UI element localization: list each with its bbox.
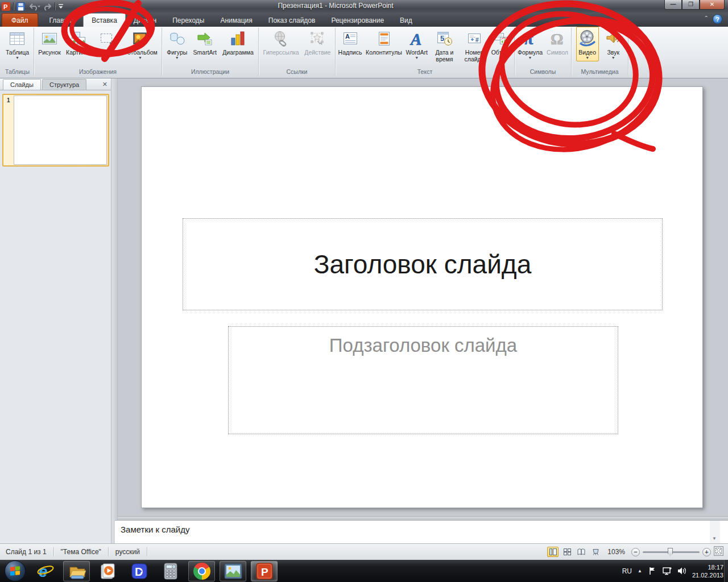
language-tray-indicator[interactable]: RU bbox=[622, 567, 632, 575]
group-label-text: Текст bbox=[336, 68, 514, 75]
title-placeholder[interactable]: Заголовок слайда bbox=[183, 218, 663, 310]
fit-to-window-button[interactable] bbox=[714, 546, 723, 558]
photo-album-button[interactable]: Фотоальбом ▼ bbox=[122, 28, 159, 61]
photo-album-icon bbox=[131, 28, 149, 49]
tab-design[interactable]: Дизайн bbox=[126, 14, 164, 27]
smartart-button[interactable]: SmartArt bbox=[192, 28, 218, 56]
svg-text:5: 5 bbox=[440, 34, 444, 43]
screenshot-icon bbox=[98, 28, 116, 49]
tab-animations[interactable]: Анимация bbox=[212, 14, 260, 27]
hidden-icons-arrow-icon[interactable]: ▲ bbox=[638, 568, 642, 573]
notes-placeholder-text: Заметки к слайду bbox=[121, 525, 190, 534]
tray-clock[interactable]: 18:17 21.02.2013 bbox=[692, 563, 723, 579]
slide-canvas[interactable]: Заголовок слайда Подзаголовок слайда bbox=[141, 86, 703, 508]
volume-icon[interactable] bbox=[677, 567, 686, 576]
video-icon bbox=[578, 28, 597, 49]
reading-view-button[interactable] bbox=[576, 547, 587, 557]
symbol-omega-icon: Ω bbox=[548, 28, 567, 49]
chart-button[interactable]: Диаграмма bbox=[221, 28, 255, 56]
audio-button[interactable]: Звук ▼ bbox=[603, 28, 623, 61]
date-time-button[interactable]: 5 Дата и время bbox=[430, 28, 458, 63]
tab-file[interactable]: Файл bbox=[2, 13, 38, 27]
zoom-in-button[interactable]: + bbox=[702, 548, 711, 556]
windows-explorer-icon[interactable] bbox=[63, 561, 90, 581]
zoom-slider-thumb[interactable] bbox=[668, 548, 673, 556]
notes-splitter[interactable] bbox=[118, 516, 728, 520]
window-controls: — ❐ ✕ bbox=[664, 0, 725, 10]
equation-button[interactable]: π Формула ▼ bbox=[516, 28, 544, 61]
hyperlink-button[interactable]: Гиперссылка bbox=[262, 28, 300, 56]
svg-text:π: π bbox=[524, 30, 533, 48]
ribbon-group-media: Видео ▼ Звук ▼ Мультимедиа bbox=[572, 28, 628, 76]
minimize-button[interactable]: — bbox=[664, 0, 682, 10]
restore-button[interactable]: ❐ bbox=[682, 0, 700, 10]
slide-thumbnail[interactable]: 1 bbox=[2, 94, 109, 167]
ribbon-group-symbols: π Формула ▼ Ω Символ Символы bbox=[515, 28, 572, 76]
language-indicator[interactable]: русский bbox=[113, 548, 142, 556]
ribbon-group-tables: Таблица ▼ Таблицы bbox=[1, 28, 34, 76]
network-icon[interactable] bbox=[663, 567, 672, 576]
panel-splitter[interactable] bbox=[111, 78, 118, 543]
notes-scroll-down-icon[interactable]: ▼ bbox=[712, 536, 717, 541]
calculator-icon[interactable]: 0 bbox=[157, 561, 184, 581]
zoom-level[interactable]: 103% bbox=[607, 548, 625, 556]
wordart-button[interactable]: A WordArt ▼ bbox=[405, 28, 429, 61]
picture-button[interactable]: Рисунок bbox=[37, 28, 62, 56]
image-viewer-icon[interactable] bbox=[220, 561, 246, 581]
tab-slides[interactable]: Слайды bbox=[3, 79, 41, 90]
zoom-slider[interactable] bbox=[643, 551, 700, 553]
normal-view-button[interactable] bbox=[547, 547, 559, 557]
slide-number-icon: # bbox=[465, 28, 483, 49]
dropdown-arrow-icon: ▼ bbox=[585, 56, 589, 60]
picture-icon bbox=[40, 28, 59, 49]
status-bar: Слайд 1 из 1 "Тема Office" русский 103% … bbox=[0, 543, 728, 560]
slideshow-view-button[interactable] bbox=[590, 547, 601, 557]
group-label-tables: Таблицы bbox=[1, 68, 34, 75]
notes-pane[interactable]: Заметки к слайду ▼ bbox=[115, 520, 728, 543]
screenshot-button[interactable]: Снимок ▼ bbox=[96, 28, 119, 61]
title-placeholder-text: Заголовок слайда bbox=[314, 249, 532, 280]
table-button[interactable]: Таблица ▼ bbox=[5, 28, 30, 61]
theme-indicator[interactable]: "Тема Office" bbox=[59, 548, 104, 556]
date-time-icon: 5 bbox=[435, 28, 453, 49]
close-panel-icon[interactable]: ✕ bbox=[102, 81, 107, 88]
textbox-button[interactable]: A Надпись bbox=[337, 28, 363, 56]
shapes-button[interactable]: Фигуры ▼ bbox=[166, 28, 188, 61]
help-button[interactable]: ? bbox=[713, 14, 722, 24]
notes-scrollbar[interactable]: ▼ bbox=[710, 521, 720, 543]
ribbon-group-links: Гиперссылка Действие Ссылки bbox=[259, 28, 336, 76]
tab-outline[interactable]: Структура bbox=[42, 79, 86, 90]
header-footer-button[interactable]: Колонтитулы bbox=[365, 28, 403, 56]
slide-number-button[interactable]: # Номер слайда bbox=[460, 28, 489, 63]
media-player-icon[interactable] bbox=[94, 561, 121, 581]
subtitle-placeholder[interactable]: Подзаголовок слайда bbox=[228, 326, 618, 434]
tab-slideshow[interactable]: Показ слайдов bbox=[260, 14, 324, 27]
object-button[interactable]: Объект bbox=[490, 28, 513, 56]
dropdown-arrow-icon: ▼ bbox=[611, 56, 615, 60]
action-button[interactable]: Действие bbox=[303, 28, 332, 56]
ribbon: Таблица ▼ Таблицы Рисунок Картинка Снимо… bbox=[0, 27, 728, 78]
clipart-button[interactable]: Картинка bbox=[65, 28, 93, 56]
slide-thumbnail-page bbox=[14, 95, 107, 165]
potplayer-icon[interactable]: D bbox=[126, 561, 152, 581]
collapse-ribbon-button[interactable]: ⌃ bbox=[704, 15, 709, 21]
tab-review[interactable]: Рецензирование bbox=[323, 14, 392, 27]
video-button[interactable]: Видео ▼ bbox=[576, 27, 599, 61]
zoom-out-button[interactable]: − bbox=[631, 548, 640, 556]
slide-sorter-view-button[interactable] bbox=[561, 547, 573, 557]
start-button[interactable] bbox=[5, 560, 26, 581]
tab-transitions[interactable]: Переходы bbox=[164, 14, 212, 27]
symbol-button[interactable]: Ω Символ bbox=[545, 28, 569, 56]
close-button[interactable]: ✕ bbox=[700, 0, 725, 10]
equation-pi-icon: π bbox=[520, 28, 540, 49]
powerpoint-taskbar-icon[interactable]: P bbox=[251, 561, 278, 581]
textbox-icon: A bbox=[341, 28, 359, 49]
show-desktop-button[interactable] bbox=[724, 560, 728, 582]
group-label-images: Изображения bbox=[34, 68, 162, 75]
tab-view[interactable]: Вид bbox=[392, 14, 420, 27]
tab-insert[interactable]: Вставка bbox=[83, 13, 126, 27]
internet-explorer-icon[interactable]: e bbox=[32, 561, 59, 581]
tab-home[interactable]: Главная bbox=[42, 14, 84, 27]
action-center-flag-icon[interactable] bbox=[648, 567, 657, 576]
chrome-icon[interactable] bbox=[188, 561, 215, 581]
